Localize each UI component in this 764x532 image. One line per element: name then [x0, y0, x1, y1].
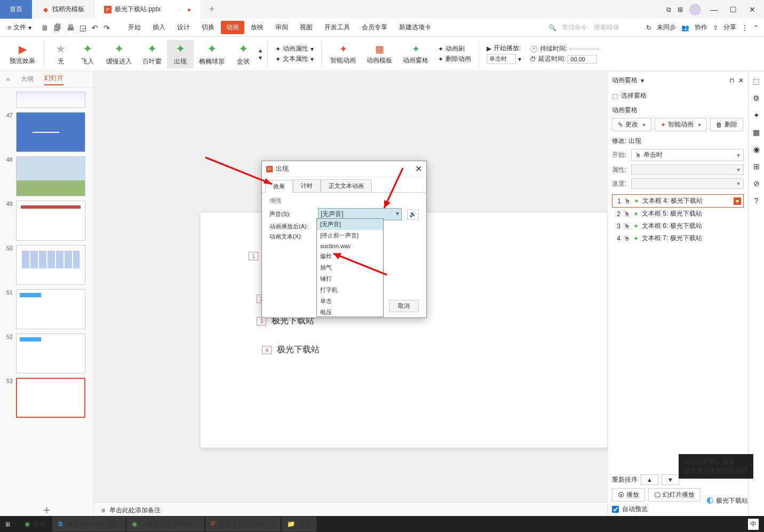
- play-button[interactable]: ⦿播放: [612, 488, 645, 502]
- thumbnail[interactable]: [16, 201, 85, 241]
- dropdown-item[interactable]: suction.wav: [317, 241, 383, 251]
- undo-icon[interactable]: ↶: [92, 23, 98, 32]
- anim-list-item[interactable]: 1🖱✦文本框 4: 极光下载站▾: [612, 194, 744, 208]
- more-icon[interactable]: ⋮: [742, 24, 748, 31]
- tool-icon[interactable]: ⊞: [753, 162, 760, 171]
- anim-pane-button[interactable]: ✦动画窗格: [397, 41, 434, 67]
- menu-newtab[interactable]: 新建选项卡: [394, 21, 436, 34]
- tool-icon[interactable]: ▦: [753, 128, 760, 137]
- tool-icon[interactable]: ⚙: [753, 94, 760, 102]
- dropdown-item[interactable]: [无声音]: [317, 219, 383, 230]
- menu-review[interactable]: 审阅: [270, 21, 293, 34]
- dropdown-item[interactable]: 电压: [317, 307, 383, 317]
- tb-file3[interactable]: P极光下载站.pptx - ...: [205, 517, 281, 531]
- search-icon[interactable]: 🔍: [548, 24, 556, 31]
- preview-icon[interactable]: ◲: [79, 23, 86, 32]
- save-as-icon[interactable]: 🗐: [54, 23, 61, 32]
- smart-anim-button[interactable]: ✦智能动画: [325, 41, 361, 67]
- share-icon[interactable]: ⇪: [713, 24, 718, 31]
- thumbnail[interactable]: [16, 334, 85, 374]
- tb-file4[interactable]: 📁图片: [282, 517, 316, 531]
- outline-tab[interactable]: 大纲: [21, 75, 34, 84]
- thumbnail[interactable]: [16, 289, 85, 329]
- slideshow-button[interactable]: 🖵幻灯片播放: [648, 488, 701, 502]
- menu-view[interactable]: 视图: [295, 21, 318, 34]
- start-select[interactable]: 🖱单击时▾: [631, 149, 744, 161]
- tool-icon[interactable]: ✦: [753, 111, 760, 120]
- coop-icon[interactable]: 👥: [681, 24, 689, 31]
- dropdown-item[interactable]: 打字机: [317, 284, 383, 296]
- slide-text[interactable]: 极光下载站: [277, 344, 320, 355]
- anim-list-item[interactable]: 3🖱✦文本框 6: 极光下载站: [612, 220, 744, 232]
- modify-button[interactable]: ✎更改▾: [612, 118, 651, 131]
- move-down-button[interactable]: ▼: [662, 474, 679, 485]
- cancel-button[interactable]: 取消: [389, 300, 419, 312]
- ime-indicator[interactable]: 中: [748, 519, 759, 530]
- dropdown-item[interactable]: 锤打: [317, 273, 383, 284]
- sound-dropdown[interactable]: [无声音] [停止前一声音] suction.wav 爆炸 抽气 锤打 打字机 …: [316, 218, 384, 317]
- anim-none-button[interactable]: ★无: [47, 40, 74, 68]
- text-attr-button[interactable]: 文本属性: [283, 54, 308, 63]
- item-dropdown[interactable]: ▾: [734, 197, 741, 205]
- dropdown-item[interactable]: 抽气: [317, 262, 383, 273]
- anim-blinds-button[interactable]: ✦百叶窗: [137, 40, 167, 68]
- close-pane-icon[interactable]: ✕: [738, 77, 744, 84]
- thumbnail[interactable]: [16, 92, 85, 108]
- tb-file2[interactable]: ◉一键排版助手(MyE...: [126, 517, 204, 531]
- tool-icon[interactable]: ⊘: [753, 179, 760, 188]
- tb-wechat[interactable]: ◉微信: [19, 517, 51, 531]
- thumbnail[interactable]: [16, 156, 85, 196]
- maximize-button[interactable]: ☐: [727, 3, 739, 16]
- collapse-icon[interactable]: «: [6, 76, 10, 83]
- notes-placeholder[interactable]: 单击此处添加备注: [109, 506, 161, 515]
- dropdown-item[interactable]: 单击: [317, 296, 383, 307]
- tb-file1[interactable]: 🗎MyEditor.zip - 36...: [52, 517, 125, 531]
- start-button[interactable]: ⊞: [0, 517, 18, 531]
- menu-devtools[interactable]: 开发工具: [319, 21, 355, 34]
- duration-input[interactable]: [569, 48, 599, 50]
- tab-home[interactable]: 首页: [0, 0, 32, 19]
- anim-list-item[interactable]: 2🖱✦文本框 5: 极光下载站: [612, 208, 744, 220]
- menu-start[interactable]: 开始: [123, 21, 146, 34]
- anim-oval-button[interactable]: ✦椭椭球形: [194, 40, 230, 68]
- tool-icon[interactable]: ?: [754, 196, 759, 205]
- tab-document[interactable]: P 极光下载站.pptx ▫ ●: [94, 0, 201, 19]
- close-button[interactable]: ✕: [746, 3, 759, 16]
- attr-select[interactable]: ▾: [631, 164, 744, 175]
- delete-anim-button[interactable]: 删除动画: [445, 54, 471, 63]
- anim-attr-button[interactable]: 动画属性: [283, 44, 308, 53]
- grid-icon[interactable]: ⊞: [678, 6, 683, 13]
- anim-appear-button[interactable]: ✦出现: [167, 40, 194, 68]
- thumbnail[interactable]: [16, 245, 85, 285]
- speed-select[interactable]: ▾: [631, 178, 744, 189]
- smart-anim-button[interactable]: ✦智能动画▾: [655, 118, 707, 131]
- anim-list-item[interactable]: 4🖱✦文本框 7: 极光下载站: [612, 232, 744, 244]
- anim-brush-button[interactable]: 动画刷: [445, 44, 465, 53]
- print-icon[interactable]: 🖶: [67, 23, 74, 32]
- collapse-ribbon-icon[interactable]: ⌃: [753, 24, 759, 31]
- select-pane-link[interactable]: ⬚选择窗格: [612, 91, 744, 100]
- menu-insert[interactable]: 插入: [147, 21, 171, 34]
- layout-icon[interactable]: ⧉: [666, 6, 671, 13]
- delay-input[interactable]: 00.00: [568, 55, 597, 63]
- unsync-label[interactable]: 未同步: [657, 23, 676, 32]
- menu-animation[interactable]: 动画: [221, 21, 244, 34]
- dialog-close-button[interactable]: ✕: [415, 164, 422, 174]
- share-label[interactable]: 分享: [723, 23, 736, 32]
- avatar[interactable]: [689, 4, 701, 15]
- tab-template[interactable]: ◆ 找稻壳模板: [32, 0, 94, 19]
- pin-icon[interactable]: ⊓: [729, 77, 734, 84]
- menu-slideshow[interactable]: 放映: [245, 21, 269, 34]
- dialog-titlebar[interactable]: P 出现 ✕: [262, 161, 426, 177]
- search-command-input[interactable]: 查找命令、搜索模板: [562, 23, 619, 32]
- preview-effect-button[interactable]: ▶ 预览效果: [4, 41, 41, 68]
- thumbnail-selected[interactable]: [16, 378, 85, 418]
- menu-transition[interactable]: 切换: [196, 21, 220, 34]
- anim-gallery-scroll[interactable]: ▴▾: [257, 46, 264, 61]
- slides-tab[interactable]: 幻灯片: [44, 74, 63, 85]
- thumbnail[interactable]: [16, 112, 85, 152]
- coop-label[interactable]: 协作: [695, 23, 707, 32]
- tab-text-anim[interactable]: 正文文本动画: [321, 179, 372, 192]
- tab-effect[interactable]: 效果: [265, 180, 293, 193]
- dropdown-item[interactable]: [停止前一声音]: [317, 230, 383, 241]
